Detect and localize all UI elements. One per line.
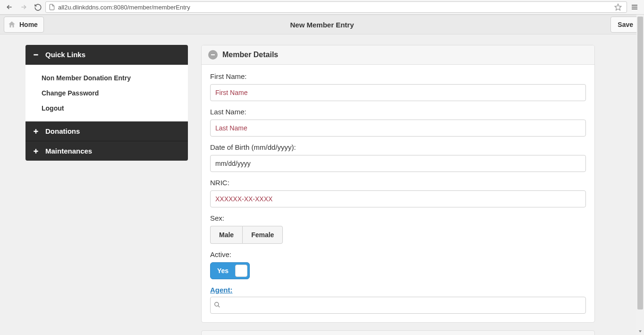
home-icon [7,20,17,29]
svg-line-11 [218,306,220,308]
minus-icon [32,51,40,59]
save-button[interactable]: Save [610,17,640,33]
sidebar-header-label: Maintenances [45,147,92,155]
field-sex: Sex: Male Female [210,214,586,244]
panel-header-member-details[interactable]: Member Details [202,45,594,65]
sidebar-body-quick-links: Non Member Donation Entry Change Passwor… [25,65,188,121]
main-content: Member Details First Name: Last Name: Da… [201,45,595,335]
nric-input[interactable] [210,190,586,207]
plus-icon [32,128,40,135]
label-active: Active: [210,250,586,258]
browser-chrome: all2u.dlinkddns.com:8080/member/memberEn… [0,0,644,15]
panel-title: Member Details [222,51,278,59]
page-icon [49,4,55,10]
sidebar-section-quick-links: Quick Links Non Member Donation Entry Ch… [25,45,188,161]
label-dob: Date of Birth (mm/dd/yyyy): [210,143,586,151]
sidebar-header-maintenances[interactable]: Maintenances [25,141,188,161]
svg-point-10 [215,302,219,306]
agent-search-input[interactable] [210,297,586,314]
panel-body: First Name: Last Name: Date of Birth (mm… [202,65,594,322]
label-first-name: First Name: [210,72,586,80]
label-sex: Sex: [210,214,586,222]
active-toggle-label: Yes [217,267,229,275]
url-text: all2u.dlinkddns.com:8080/member/memberEn… [58,4,190,11]
collapse-icon [208,50,218,60]
forward-button[interactable] [17,0,30,14]
contacts-panel-header[interactable]: Contacts [201,330,595,335]
field-nric: NRIC: [210,179,586,207]
page-title: New Member Entry [0,21,644,29]
home-label: Home [19,21,38,28]
star-icon [614,3,622,11]
label-last-name: Last Name: [210,108,586,116]
agent-link-label[interactable]: Agent: [210,286,233,294]
reload-button[interactable] [31,0,44,14]
viewport: Home New Member Entry Save Quick Links N… [0,15,644,335]
sidebar-item-logout[interactable]: Logout [25,101,188,116]
home-button[interactable]: Home [4,17,44,33]
svg-marker-0 [615,4,621,10]
scrollbar[interactable] [636,15,644,335]
hamburger-icon [631,3,638,11]
field-active: Active: Yes [210,250,586,279]
member-details-panel: Member Details First Name: Last Name: Da… [201,45,595,323]
field-dob: Date of Birth (mm/dd/yyyy): [210,143,586,172]
toggle-knob [235,265,247,277]
arrow-left-icon [6,3,13,11]
browser-menu-button[interactable] [628,0,641,14]
field-first-name: First Name: [210,72,586,101]
field-agent: Agent: [210,286,586,314]
scrollbar-thumb[interactable] [637,17,643,309]
dob-input[interactable] [210,155,586,172]
search-icon [214,301,221,309]
sidebar-header-label: Quick Links [45,51,85,59]
scroll-down-icon [636,327,644,335]
bookmark-button[interactable] [612,3,624,11]
page-toolbar: Home New Member Entry Save [0,15,644,34]
active-toggle[interactable]: Yes [210,262,250,279]
label-nric: NRIC: [210,179,586,187]
sidebar-item-change-password[interactable]: Change Password [25,86,188,101]
sex-toggle-group: Male Female [210,226,586,244]
plus-icon [32,147,40,155]
url-bar[interactable]: all2u.dlinkddns.com:8080/member/memberEn… [45,1,627,13]
field-last-name: Last Name: [210,108,586,137]
sidebar-header-quick-links[interactable]: Quick Links [25,45,188,65]
first-name-input[interactable] [210,84,586,101]
sidebar-item-non-member-donation-entry[interactable]: Non Member Donation Entry [25,70,188,86]
sidebar: Quick Links Non Member Donation Entry Ch… [25,45,188,335]
reload-icon [34,3,42,11]
sidebar-header-donations[interactable]: Donations [25,121,188,141]
back-button[interactable] [3,0,16,14]
sex-option-female[interactable]: Female [242,226,283,244]
arrow-right-icon [20,3,27,11]
sex-option-male[interactable]: Male [210,226,242,244]
last-name-input[interactable] [210,120,586,137]
sidebar-header-label: Donations [45,127,80,135]
